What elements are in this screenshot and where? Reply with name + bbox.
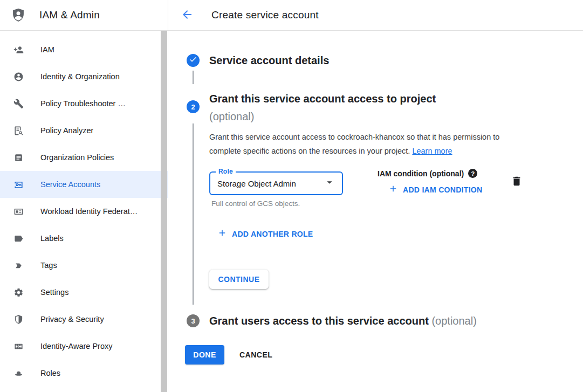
role-helper-text: Full control of GCS objects. (211, 200, 300, 208)
step2-description: Grant this service account access to coc… (209, 130, 529, 158)
step2-title-text: Grant this service account access to pro… (209, 93, 436, 105)
sidebar-nav: IAM Identity & Organization Policy Troub… (0, 31, 168, 387)
proxy-icon (13, 341, 24, 352)
sidebar-item-label: Service Accounts (40, 180, 100, 189)
role-field-label: Role (216, 168, 236, 175)
policy-analyzer-icon (13, 125, 24, 136)
add-another-role-label: ADD ANOTHER ROLE (232, 230, 313, 238)
done-button[interactable]: DONE (185, 345, 224, 365)
sidebar-item-privacy-security[interactable]: Privacy & Security (0, 306, 168, 333)
sidebar-item-label: IAM (40, 45, 54, 54)
add-iam-condition-button[interactable]: ADD IAM CONDITION (388, 184, 482, 195)
sidebar-item-label: Identity & Organization (40, 72, 120, 81)
sidebar-item-service-accounts[interactable]: Service Accounts (0, 171, 168, 198)
step1-title[interactable]: Service account details (209, 53, 329, 68)
app-header: IAM & Admin Create service account (0, 0, 583, 31)
sidebar-item-policy-analyzer[interactable]: Policy Analyzer (0, 117, 168, 144)
sidebar-item-labels[interactable]: Labels (0, 225, 168, 252)
sidebar-item-label: Roles (40, 369, 60, 377)
step3-title[interactable]: Grant users access to this service accou… (209, 314, 477, 328)
sidebar-item-identity-organization[interactable]: Identity & Organization (0, 63, 168, 90)
hat-icon (13, 368, 24, 379)
page-header: Create service account (168, 0, 583, 30)
back-button[interactable] (180, 8, 194, 22)
dropdown-arrow-icon (324, 176, 335, 190)
learn-more-link[interactable]: Learn more (412, 147, 452, 155)
step2-description-text: Grant this service account access to coc… (209, 133, 499, 155)
sidebar-item-label: Tags (40, 261, 57, 270)
iam-condition-label: IAM condition (optional) (378, 169, 464, 178)
cancel-button[interactable]: CANCEL (239, 345, 272, 365)
role-select[interactable]: Role Storage Object Admin (209, 171, 343, 195)
sidebar-item-iam[interactable]: IAM (0, 36, 168, 63)
sidebar-item-label: Organization Policies (40, 153, 114, 162)
product-header: IAM & Admin (0, 0, 168, 30)
stepper-connector (193, 123, 194, 305)
identity-icon (13, 71, 24, 82)
wrench-icon (13, 98, 24, 109)
plus-icon (217, 228, 227, 239)
trash-icon (511, 181, 523, 189)
shield-half-icon (13, 314, 24, 325)
tag-icon (13, 260, 24, 271)
sidebar-item-label: Policy Analyzer (40, 126, 93, 135)
gear-icon (13, 287, 24, 298)
delete-role-button[interactable] (510, 175, 524, 189)
sidebar-item-label: Privacy & Security (40, 315, 104, 324)
workload-identity-icon (13, 206, 24, 217)
sidebar-item-label: Labels (40, 234, 64, 243)
arrow-back-icon (181, 8, 194, 23)
label-icon (13, 233, 24, 244)
step2-number: 2 (191, 103, 195, 111)
continue-button[interactable]: CONTINUE (209, 270, 269, 289)
step2-circle: 2 (187, 100, 200, 113)
stepper-connector (193, 71, 194, 84)
sidebar-item-tags[interactable]: Tags (0, 252, 168, 279)
org-policies-icon (13, 152, 24, 163)
role-selected-value: Storage Object Admin (217, 179, 296, 188)
help-icon[interactable]: ? (468, 169, 477, 178)
step3-optional-label: (optional) (431, 315, 476, 327)
sidebar-item-workload-identity-federation[interactable]: Workload Identity Federat… (0, 198, 168, 225)
sidebar-scrollbar[interactable] (161, 31, 167, 392)
sidebar-item-label: Identity-Aware Proxy (40, 342, 113, 350)
sidebar-item-settings[interactable]: Settings (0, 279, 168, 306)
sidebar-item-label: Workload Identity Federat… (40, 207, 138, 216)
sidebar: IAM Identity & Organization Policy Troub… (0, 31, 168, 392)
add-another-role-button[interactable]: ADD ANOTHER ROLE (217, 228, 313, 239)
create-service-account-form: Service account details 2 Grant this ser… (169, 31, 583, 392)
sidebar-item-organization-policies[interactable]: Organization Policies (0, 144, 168, 171)
sidebar-item-roles[interactable]: Roles (0, 360, 168, 387)
step3-title-text: Grant users access to this service accou… (209, 315, 429, 327)
page-title: Create service account (211, 9, 319, 21)
service-account-icon (13, 179, 24, 190)
person-add-icon (13, 44, 24, 55)
product-title: IAM & Admin (39, 9, 100, 21)
checkmark-icon (189, 55, 197, 66)
step3-number: 3 (191, 317, 195, 325)
sidebar-item-label: Settings (40, 288, 68, 297)
plus-icon (388, 184, 398, 195)
step1-complete-circle (187, 54, 200, 67)
sidebar-item-label: Policy Troubleshooter … (40, 99, 126, 108)
sidebar-item-policy-troubleshooter[interactable]: Policy Troubleshooter … (0, 90, 168, 117)
sidebar-item-identity-aware-proxy[interactable]: Identity-Aware Proxy (0, 333, 168, 360)
iam-shield-logo-icon (11, 7, 26, 23)
step2-title: Grant this service account access to pro… (209, 90, 511, 126)
step2-optional-label: (optional) (209, 108, 511, 126)
iam-condition-header: IAM condition (optional) ? (378, 169, 477, 178)
step3-circle: 3 (187, 314, 200, 327)
add-iam-condition-label: ADD IAM CONDITION (403, 185, 482, 194)
